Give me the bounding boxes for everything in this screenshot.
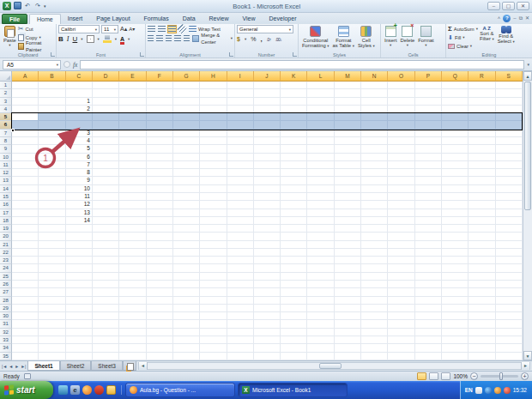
cell-M12[interactable] xyxy=(335,169,361,177)
cell-H2[interactable] xyxy=(200,89,227,97)
cell-D24[interactable] xyxy=(93,264,119,272)
row-header-9[interactable]: 9 xyxy=(0,145,12,153)
tab-insert[interactable]: Insert xyxy=(61,14,90,24)
cell-L4[interactable] xyxy=(307,106,334,113)
cell-N12[interactable] xyxy=(361,169,388,177)
cell-Q19[interactable] xyxy=(442,225,469,233)
cell-F6[interactable] xyxy=(147,121,173,129)
cell-N17[interactable] xyxy=(361,209,388,217)
cell-P10[interactable] xyxy=(415,154,442,161)
row-header-24[interactable]: 24 xyxy=(0,264,12,272)
cell-J24[interactable] xyxy=(254,264,281,272)
first-sheet-icon[interactable]: |◄ xyxy=(2,364,7,369)
cell-K16[interactable] xyxy=(281,201,307,209)
cell-O8[interactable] xyxy=(388,137,414,145)
cell-R15[interactable] xyxy=(469,193,495,201)
cell-N29[interactable] xyxy=(361,305,388,312)
cell-P22[interactable] xyxy=(415,249,442,257)
cell-M34[interactable] xyxy=(335,344,361,352)
cell-G2[interactable] xyxy=(173,89,200,97)
cell-R31[interactable] xyxy=(469,320,495,328)
cell-S22[interactable] xyxy=(496,249,523,257)
cell-H4[interactable] xyxy=(200,106,227,113)
cell-P2[interactable] xyxy=(415,89,442,97)
cell-B23[interactable] xyxy=(39,257,65,264)
decrease-indent-icon[interactable] xyxy=(174,35,180,42)
column-header-E[interactable]: E xyxy=(119,71,146,82)
cell-P34[interactable] xyxy=(415,344,442,352)
cell-E30[interactable] xyxy=(119,312,146,320)
cell-K4[interactable] xyxy=(281,106,307,113)
cell-G3[interactable] xyxy=(173,98,200,106)
cell-Q29[interactable] xyxy=(442,305,469,312)
cell-A11[interactable] xyxy=(12,161,39,169)
cell-K14[interactable] xyxy=(281,185,307,193)
cell-N33[interactable] xyxy=(361,336,388,344)
cell-I10[interactable] xyxy=(227,154,254,161)
cell-M4[interactable] xyxy=(335,106,361,113)
cell-R17[interactable] xyxy=(469,209,495,217)
cell-N24[interactable] xyxy=(361,264,388,272)
cell-A20[interactable] xyxy=(12,233,39,240)
cell-C9[interactable]: 5 xyxy=(66,145,93,153)
cell-P23[interactable] xyxy=(415,257,442,264)
cell-C12[interactable]: 8 xyxy=(66,169,93,177)
cell-M14[interactable] xyxy=(335,185,361,193)
cell-N26[interactable] xyxy=(361,281,388,288)
cell-M1[interactable] xyxy=(335,82,361,89)
cell-C35[interactable] xyxy=(66,353,93,360)
cell-K2[interactable] xyxy=(281,89,307,97)
cell-Q25[interactable] xyxy=(442,273,469,281)
cell-D28[interactable] xyxy=(93,297,119,305)
cell-M20[interactable] xyxy=(335,233,361,240)
cell-I14[interactable] xyxy=(227,185,254,193)
cell-E17[interactable] xyxy=(119,209,146,217)
cell-A31[interactable] xyxy=(12,320,39,328)
cell-D22[interactable] xyxy=(93,249,119,257)
font-name-select[interactable]: Calibri▾ xyxy=(58,25,100,33)
cell-K25[interactable] xyxy=(281,273,307,281)
cell-P26[interactable] xyxy=(415,281,442,288)
cell-J19[interactable] xyxy=(254,225,281,233)
cell-G13[interactable] xyxy=(173,177,200,184)
cell-C26[interactable] xyxy=(66,281,93,288)
cell-M24[interactable] xyxy=(335,264,361,272)
cell-B18[interactable] xyxy=(39,217,65,225)
cell-B25[interactable] xyxy=(39,273,65,281)
cell-A30[interactable] xyxy=(12,312,39,320)
cell-O21[interactable] xyxy=(388,241,414,249)
cell-G23[interactable] xyxy=(173,257,200,264)
cell-M11[interactable] xyxy=(335,161,361,169)
cell-A19[interactable] xyxy=(12,225,39,233)
cell-J16[interactable] xyxy=(254,201,281,209)
cell-P3[interactable] xyxy=(415,98,442,106)
sheet-tab-sheet2[interactable]: Sheet2 xyxy=(60,361,92,371)
tab-formulas[interactable]: Formulas xyxy=(137,14,176,24)
row-header-21[interactable]: 21 xyxy=(0,241,12,249)
number-dialog-launcher[interactable] xyxy=(293,52,297,57)
cell-K17[interactable] xyxy=(281,209,307,217)
cell-D11[interactable] xyxy=(93,161,119,169)
cell-M25[interactable] xyxy=(335,273,361,281)
cell-L6[interactable] xyxy=(307,121,334,129)
cell-D35[interactable] xyxy=(93,353,119,360)
taskbar-task[interactable]: Aula.bg - Question - ... xyxy=(125,383,235,397)
cell-G7[interactable] xyxy=(173,130,200,137)
cell-B35[interactable] xyxy=(39,353,65,360)
cell-I16[interactable] xyxy=(227,201,254,209)
cell-P21[interactable] xyxy=(415,241,442,249)
cell-O28[interactable] xyxy=(388,297,414,305)
cell-O33[interactable] xyxy=(388,336,414,344)
cell-L28[interactable] xyxy=(307,297,334,305)
cell-K8[interactable] xyxy=(281,137,307,145)
cell-I3[interactable] xyxy=(227,98,254,106)
cell-R1[interactable] xyxy=(469,82,495,89)
cell-A9[interactable] xyxy=(12,145,39,153)
cell-R5[interactable] xyxy=(469,113,495,121)
cell-L32[interactable] xyxy=(307,329,334,336)
cell-P18[interactable] xyxy=(415,217,442,225)
cell-H15[interactable] xyxy=(200,193,227,201)
cell-A8[interactable] xyxy=(12,137,39,145)
format-as-table-button[interactable]: Format as Table ▾ xyxy=(331,25,356,50)
row-header-32[interactable]: 32 xyxy=(0,329,12,336)
